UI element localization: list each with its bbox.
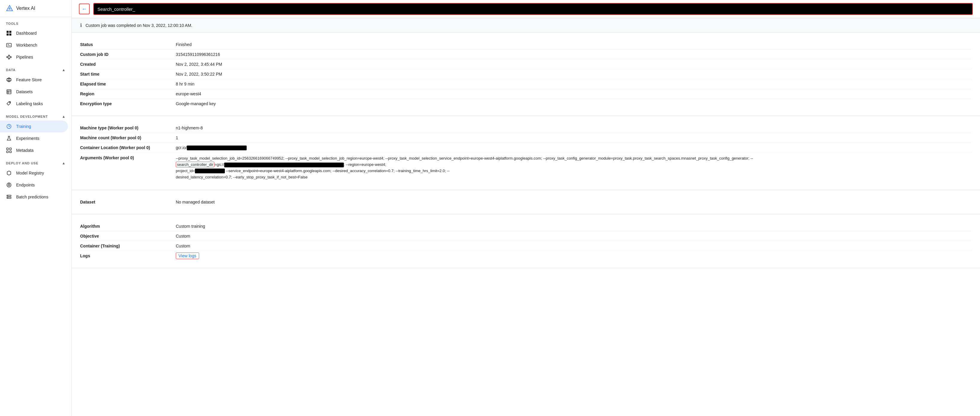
detail-value-container-training: Custom <box>176 244 972 248</box>
sidebar-item-dashboard[interactable]: Dashboard <box>0 27 68 39</box>
svg-rect-30 <box>6 148 8 150</box>
page-title-bar: Search_controller_ <box>93 3 973 15</box>
sidebar-item-batch-predictions-label: Batch predictions <box>16 195 48 199</box>
detail-value-elapsed-time: 8 hr 9 min <box>176 82 972 86</box>
detail-row-region: Region europe-west4 <box>80 89 972 99</box>
batch-predictions-icon <box>6 194 12 200</box>
page-title: Search_controller_ <box>97 6 135 12</box>
app-logo: Vertex AI <box>0 0 72 17</box>
sidebar-item-experiments-label: Experiments <box>16 136 40 141</box>
data-section-label: DATA <box>6 68 16 72</box>
redacted-container-location <box>187 146 247 150</box>
detail-value-encryption: Google-managed key <box>176 101 972 106</box>
tools-section-label: TOOLS <box>0 17 72 27</box>
svg-rect-32 <box>6 151 8 153</box>
sidebar-item-workbench[interactable]: Workbench <box>0 39 68 51</box>
detail-label-algorithm: Algorithm <box>80 224 176 229</box>
svg-rect-31 <box>10 148 11 150</box>
svg-point-27 <box>10 102 10 103</box>
sidebar-item-model-registry-label: Model Registry <box>16 171 44 175</box>
svg-line-16 <box>8 57 8 58</box>
app-name: Vertex AI <box>16 6 35 11</box>
detail-value-start-time: Nov 2, 2022, 3:50:22 PM <box>176 72 972 76</box>
svg-line-15 <box>8 56 8 57</box>
detail-row-start-time: Start time Nov 2, 2022, 3:50:22 PM <box>80 69 972 79</box>
detail-label-encryption: Encryption type <box>80 101 176 106</box>
sidebar-item-batch-predictions[interactable]: Batch predictions <box>0 191 68 203</box>
detail-value-region: europe-west4 <box>176 91 972 96</box>
sidebar-item-pipelines-label: Pipelines <box>16 55 33 59</box>
detail-label-container-training: Container (Training) <box>80 244 176 248</box>
detail-label-container-location: Container Location (Worker pool 0) <box>80 145 176 150</box>
algorithm-section: Algorithm Custom training Objective Cust… <box>72 214 980 268</box>
content-area: ℹ Custom job was completed on Nov 3, 202… <box>72 18 980 416</box>
sidebar: Vertex AI TOOLS Dashboard Workbench Pipe… <box>0 0 72 416</box>
svg-rect-33 <box>10 151 11 153</box>
redacted-gs-path <box>224 163 344 167</box>
detail-label-logs: Logs <box>80 253 176 258</box>
view-logs-link[interactable]: View logs <box>176 252 199 259</box>
detail-value-job-id: 315415911099​6361216 <box>176 52 972 57</box>
main-content: ← Search_controller_ ℹ Custom job was co… <box>72 0 980 416</box>
feature-store-icon <box>6 77 12 83</box>
sidebar-item-training[interactable]: Training <box>0 121 68 132</box>
back-button[interactable]: ← <box>79 3 90 14</box>
endpoints-icon <box>6 182 12 188</box>
detail-row-elapsed-time: Elapsed time 8 hr 9 min <box>80 79 972 89</box>
sidebar-item-workbench-label: Workbench <box>16 43 37 48</box>
sidebar-item-labeling-tasks[interactable]: Labeling tasks <box>0 98 68 110</box>
detail-value-container-location: gcr.io/ <box>176 145 972 150</box>
detail-row-encryption: Encryption type Google-managed key <box>80 99 972 108</box>
sidebar-item-datasets[interactable]: Datasets <box>0 86 68 98</box>
data-chevron-icon[interactable]: ▲ <box>62 68 65 72</box>
detail-row-machine-count: Machine count (Worker pool 0) 1 <box>80 133 972 143</box>
detail-row-container-location: Container Location (Worker pool 0) gcr.i… <box>80 143 972 153</box>
detail-row-logs: Logs View logs <box>80 251 972 260</box>
detail-label-elapsed-time: Elapsed time <box>80 82 176 86</box>
metadata-icon <box>6 147 12 153</box>
sidebar-item-model-registry[interactable]: Model Registry <box>0 167 68 179</box>
detail-label-created: Created <box>80 62 176 67</box>
training-icon <box>6 124 12 129</box>
detail-row-algorithm: Algorithm Custom training <box>80 221 972 231</box>
sidebar-item-experiments[interactable]: Experiments <box>0 132 68 144</box>
detail-row-created: Created Nov 2, 2022, 3:45:44 PM <box>80 59 972 69</box>
experiments-icon <box>6 135 12 141</box>
sidebar-item-metadata[interactable]: Metadata <box>0 144 68 156</box>
sidebar-item-training-label: Training <box>16 124 31 129</box>
detail-label-region: Region <box>80 91 176 96</box>
workbench-icon <box>6 42 12 48</box>
model-dev-chevron-icon[interactable]: ▲ <box>62 114 65 119</box>
sidebar-item-datasets-label: Datasets <box>16 89 33 94</box>
svg-rect-4 <box>9 31 11 33</box>
sidebar-item-metadata-label: Metadata <box>16 148 33 153</box>
deploy-section-header: DEPLOY AND USE ▲ <box>0 156 72 167</box>
sidebar-item-pipelines[interactable]: Pipelines <box>0 51 68 63</box>
sidebar-item-endpoints[interactable]: Endpoints <box>0 179 68 191</box>
dashboard-icon <box>6 30 12 36</box>
data-section-header: DATA ▲ <box>0 63 72 74</box>
detail-label-objective: Objective <box>80 234 176 238</box>
model-registry-icon <box>6 170 12 176</box>
topbar: ← Search_controller_ <box>72 0 980 18</box>
deploy-section-label: DEPLOY AND USE <box>6 161 38 165</box>
detail-value-created: Nov 2, 2022, 3:45:44 PM <box>176 62 972 67</box>
svg-rect-7 <box>6 43 11 47</box>
detail-label-machine-count: Machine count (Worker pool 0) <box>80 135 176 140</box>
info-icon: ℹ <box>80 22 82 28</box>
sidebar-item-feature-store-label: Feature Store <box>16 78 42 82</box>
redacted-project-id <box>195 168 225 173</box>
detail-row-dataset: Dataset No managed dataset <box>80 197 972 207</box>
detail-row-machine-type: Machine type (Worker pool 0) n1-highmem-… <box>80 123 972 133</box>
back-arrow-icon: ← <box>82 6 87 12</box>
status-details-section: Status Finished Custom job ID 3154159110… <box>72 33 980 116</box>
deploy-chevron-icon[interactable]: ▲ <box>62 161 65 165</box>
detail-label-status: Status <box>80 42 176 47</box>
detail-row-objective: Objective Custom <box>80 231 972 241</box>
detail-value-logs: View logs <box>176 253 972 258</box>
detail-row-arguments: Arguments (Worker pool 0) --proxy_task_m… <box>80 153 972 183</box>
model-dev-section-label: MODEL DEVELOPMENT <box>6 115 48 118</box>
arguments-highlight: search_controller_dir <box>176 162 214 167</box>
sidebar-item-feature-store[interactable]: Feature Store <box>0 74 68 86</box>
detail-value-algorithm: Custom training <box>176 224 972 229</box>
